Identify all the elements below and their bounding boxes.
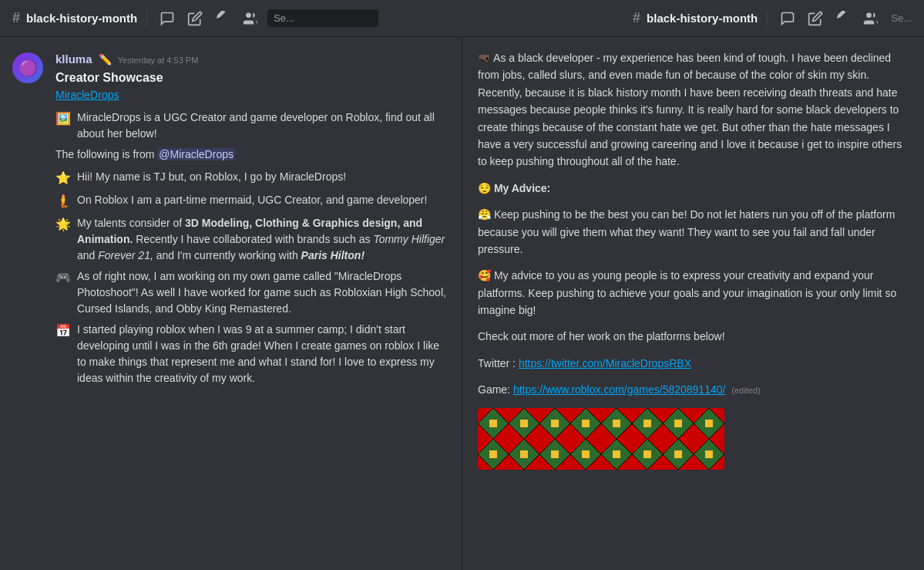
right-panel-label: Se... (891, 12, 912, 24)
text-4: My talents consider of 3D Modeling, Clot… (77, 215, 449, 264)
pin-button-right[interactable] (832, 8, 854, 29)
threads-button-right[interactable] (777, 8, 798, 29)
advice-header: 😌 My Advice: (478, 180, 909, 197)
threads-button-left[interactable] (156, 8, 178, 29)
divider-right (767, 9, 768, 28)
advice-1: 😤 Keep pushing to be the best you can be… (478, 206, 909, 258)
username[interactable]: klluma (55, 52, 92, 66)
twitter-label: Twitter : (478, 357, 516, 369)
search-bar-left[interactable]: Se... (267, 9, 378, 27)
game-link[interactable]: https://www.roblox.com/games/5820891140/ (513, 383, 726, 396)
message-line-4: 🌟 My talents consider of 3D Modeling, Cl… (55, 215, 449, 264)
top-bar: # black-history-month Se... # black-hist… (0, 0, 924, 37)
members-button-left[interactable] (240, 8, 261, 29)
right-panel: 🤜🏿 As a black developer - my experience … (462, 37, 924, 570)
top-bar-right: # black-history-month Se... (465, 8, 912, 29)
pencil-badge: ✏️ (99, 53, 112, 66)
emoji-4: 🌟 (55, 215, 71, 234)
channel-name-left: black-history-month (26, 12, 137, 25)
game-preview (478, 408, 724, 470)
game-label: Game: (478, 383, 510, 396)
edit-button-left[interactable] (184, 8, 206, 29)
pin-button-left[interactable] (212, 8, 234, 29)
reply-action[interactable]: ↩ (399, 55, 421, 76)
emoji-6: 📅 (55, 322, 71, 340)
text-2: Hii! My name is TJ but, on Roblox, I go … (77, 169, 346, 185)
timestamp: Yesterday at 4:53 PM (118, 56, 199, 65)
game-preview-svg (478, 408, 724, 470)
text-3: On Roblox I am a part-time mermaid, UGC … (77, 192, 427, 208)
message-line-1: 🖼️ MiracleDrops is a UGC Creator and gam… (55, 110, 449, 142)
message-line-2: ⭐ Hii! My name is TJ but, on Roblox, I g… (55, 169, 449, 187)
avatar[interactable]: 🟣 (12, 52, 43, 83)
emoji-1: 🖼️ (55, 110, 71, 128)
cta-text: Check out more of her work on the platfo… (478, 328, 909, 345)
more-action[interactable]: ⋯ (424, 55, 445, 76)
svg-rect-7 (478, 408, 724, 470)
message-body: klluma ✏️ Yesterday at 4:53 PM Creator S… (55, 52, 449, 391)
members-button-right[interactable] (860, 8, 882, 29)
emoji-2: ⭐ (55, 169, 71, 187)
text-6: I started playing roblox when I was 9 at… (77, 322, 449, 386)
svg-point-0 (246, 12, 251, 18)
hash-icon-left: # (12, 10, 20, 26)
twitter-link[interactable]: https://twitter.com/MiracleDropsRBX (519, 357, 691, 369)
advice-2: 🥰 My advice to you as young people is to… (478, 267, 909, 319)
mention-miracledrops[interactable]: @MiracleDrops (157, 148, 235, 160)
text-5: As of right now, I am working on my own … (77, 268, 449, 317)
twitter-line: Twitter : https://twitter.com/MiracleDro… (478, 355, 909, 372)
top-bar-left: # black-history-month Se... (12, 8, 459, 29)
text-1: MiracleDrops is a UGC Creator and game d… (77, 110, 449, 142)
svg-point-1 (866, 12, 872, 18)
intro-paragraph: 🤜🏿 As a black developer - my experience … (478, 49, 909, 170)
edit-button-right[interactable] (805, 8, 826, 29)
following-line: The following is from @MiracleDrops (55, 147, 449, 163)
right-content: 🤜🏿 As a black developer - my experience … (478, 49, 909, 470)
channel-name-right: black-history-month (647, 12, 758, 25)
main-area: 🟣 klluma ✏️ Yesterday at 4:53 PM Creator… (0, 37, 924, 570)
showcase-name[interactable]: MiracleDrops (55, 89, 119, 101)
hash-icon-right: # (633, 10, 640, 26)
message-line-3: 🧜 On Roblox I am a part-time mermaid, UG… (55, 192, 449, 211)
react-action[interactable]: 😊 (375, 55, 396, 76)
emoji-5: 🎮 (55, 268, 71, 287)
message-content: Creator Showcase MiracleDrops 🖼️ Miracle… (55, 69, 449, 386)
edited-tag: (edited) (731, 386, 760, 395)
message-line-5: 🎮 As of right now, I am working on my ow… (55, 268, 449, 317)
italic-tommy: Tommy Hilfiger (373, 233, 445, 245)
emoji-3: 🧜 (55, 192, 71, 211)
divider-left (146, 9, 147, 28)
bold-italic-paris: Paris Hilton! (301, 249, 365, 261)
message-line-6: 📅 I started playing roblox when I was 9 … (55, 322, 449, 386)
bold-talents: 3D Modeling, Clothing & Graphics design,… (77, 217, 422, 245)
chat-panel: 🟣 klluma ✏️ Yesterday at 4:53 PM Creator… (0, 37, 462, 570)
message-group: 🟣 klluma ✏️ Yesterday at 4:53 PM Creator… (0, 49, 462, 394)
game-line: Game: https://www.roblox.com/games/58208… (478, 381, 909, 398)
italic-forever: Forever 21, (98, 249, 153, 261)
